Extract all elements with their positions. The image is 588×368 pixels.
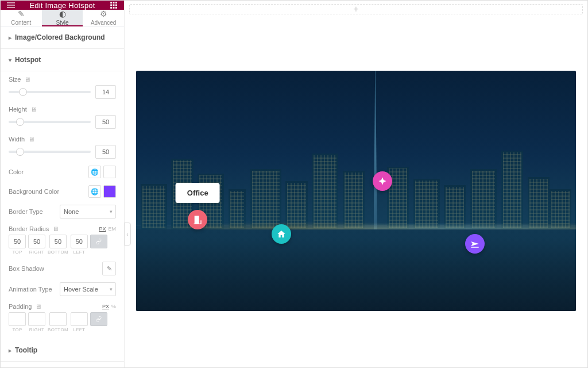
tab-advanced-label: Advanced [91, 20, 116, 26]
svg-rect-1 [7, 5, 15, 5]
sidebar-header: Edit Image Hotspot [1, 1, 124, 10]
animation-type-label: Animation Type [9, 286, 52, 293]
control-border-type: Border Type None [9, 205, 116, 218]
dim-bottom-label: BOTTOM [48, 250, 68, 255]
add-section-button[interactable]: + [129, 4, 583, 14]
contrast-icon: ◐ [59, 10, 66, 18]
color-swatch[interactable] [103, 166, 116, 178]
svg-rect-2 [7, 7, 15, 8]
dim-top-label: TOP [12, 250, 22, 255]
height-input[interactable] [95, 115, 116, 129]
animation-type-select[interactable]: Hover Scale [60, 282, 116, 296]
width-input[interactable] [95, 145, 116, 159]
dim-bottom-label: BOTTOM [48, 327, 68, 332]
border-radius-label: Border Radius🖥 [9, 225, 59, 232]
hotspot-flight[interactable] [465, 234, 485, 254]
water-reflection [136, 229, 576, 311]
hotspot-panel: Size🖥 Height🖥 Width🖥 [1, 71, 124, 339]
color-label: Color [9, 168, 24, 175]
chevron-down-icon: ▾ [9, 57, 11, 63]
pad-bottom-input[interactable] [49, 312, 67, 326]
tab-style[interactable]: ◐Style [42, 10, 83, 26]
control-box-shadow: Box Shadow ✎ [9, 262, 116, 275]
panel-collapse-handle[interactable]: ‹ [124, 223, 131, 246]
bgcolor-label: Background Color [9, 188, 59, 195]
desktop-icon[interactable]: 🖥 [28, 136, 34, 143]
editor-tabs: ✎Content ◐Style ⚙Advanced [1, 10, 124, 26]
unit-em[interactable]: EM [109, 226, 117, 232]
chevron-right-icon: ▸ [9, 347, 11, 354]
section-tooltip[interactable]: ▸ Tooltip [1, 339, 124, 362]
pad-left-input[interactable] [71, 312, 88, 326]
padding-label: Padding🖥 [9, 303, 41, 310]
box-shadow-edit-button[interactable]: ✎ [102, 262, 116, 275]
globe-icon[interactable]: 🌐 [88, 185, 101, 198]
hotspot-compass[interactable] [373, 171, 392, 191]
br-right-input[interactable] [28, 235, 45, 248]
sidebar-title: Edit Image Hotspot [29, 1, 95, 10]
unit-pct[interactable]: % [111, 304, 116, 309]
border-type-select[interactable]: None [60, 205, 116, 218]
size-input[interactable] [95, 85, 116, 99]
dim-right-label: RIGHT [29, 250, 44, 255]
bgcolor-swatch[interactable] [103, 185, 116, 198]
box-shadow-label: Box Shadow [9, 265, 44, 272]
height-slider[interactable] [9, 121, 91, 123]
br-left-input[interactable] [71, 235, 88, 248]
section-image-background-label: Image/Colored Background [15, 33, 105, 41]
pad-top-input[interactable] [9, 312, 26, 326]
pad-right-input[interactable] [28, 312, 45, 326]
chevron-right-icon: ▸ [9, 34, 11, 41]
svg-rect-0 [7, 2, 15, 3]
editor-sidebar: Edit Image Hotspot ✎Content ◐Style ⚙Adva… [1, 1, 125, 367]
control-padding: Padding🖥 PX % TOP RIGHT BOTTOM LEFT [9, 303, 116, 332]
app-root: Edit Image Hotspot ✎Content ◐Style ⚙Adva… [0, 0, 588, 368]
desktop-icon[interactable]: 🖥 [52, 225, 59, 232]
dim-left-label: LEFT [73, 327, 85, 332]
tab-advanced[interactable]: ⚙Advanced [83, 10, 124, 26]
menu-icon[interactable] [6, 1, 16, 10]
apps-icon[interactable] [109, 1, 118, 10]
control-width: Width🖥 [9, 136, 116, 159]
tab-style-label: Style [56, 20, 68, 26]
hero-image: Office [136, 71, 576, 311]
width-label: Width🖥 [9, 136, 34, 143]
size-slider[interactable] [9, 91, 91, 93]
section-hotspot[interactable]: ▾ Hotspot [1, 49, 124, 71]
hotspot-home[interactable] [272, 224, 291, 244]
br-bottom-input[interactable] [49, 235, 67, 248]
dim-top-label: TOP [12, 327, 22, 332]
control-bg-color: Background Color 🌐 [9, 185, 116, 198]
svg-rect-8 [115, 5, 117, 6]
section-tooltip-content[interactable]: ▸ Tooltip Content [1, 362, 124, 368]
preview-canvas: + ‹ [125, 1, 587, 367]
desktop-icon[interactable]: 🖥 [35, 303, 41, 310]
link-values-button[interactable] [90, 312, 107, 326]
svg-rect-6 [110, 5, 112, 6]
unit-px[interactable]: PX [102, 304, 109, 309]
svg-rect-3 [110, 2, 112, 3]
svg-rect-10 [113, 7, 115, 9]
hotspot-office[interactable] [188, 210, 207, 229]
svg-rect-4 [113, 2, 115, 3]
unit-px[interactable]: PX [99, 226, 106, 232]
width-slider[interactable] [9, 151, 91, 153]
link-values-button[interactable] [90, 235, 107, 248]
svg-rect-11 [115, 7, 117, 9]
globe-icon[interactable]: 🌐 [88, 166, 101, 178]
gear-icon: ⚙ [100, 10, 107, 18]
padding-units: PX % [102, 304, 116, 309]
border-type-label: Border Type [9, 208, 43, 215]
control-color: Color 🌐 [9, 166, 116, 178]
br-top-input[interactable] [9, 235, 26, 248]
size-label: Size🖥 [9, 76, 30, 83]
section-image-background[interactable]: ▸ Image/Colored Background [1, 26, 124, 49]
desktop-icon[interactable]: 🖥 [24, 76, 30, 83]
desktop-icon[interactable]: 🖥 [30, 106, 37, 113]
svg-rect-5 [115, 2, 117, 3]
pencil-icon: ✎ [18, 10, 25, 18]
control-border-radius: Border Radius🖥 PX EM TOP RIGHT BOTTOM LE… [9, 225, 116, 255]
control-size: Size🖥 [9, 76, 116, 99]
control-animation-type: Animation Type Hover Scale [9, 282, 116, 296]
tab-content[interactable]: ✎Content [1, 10, 42, 26]
